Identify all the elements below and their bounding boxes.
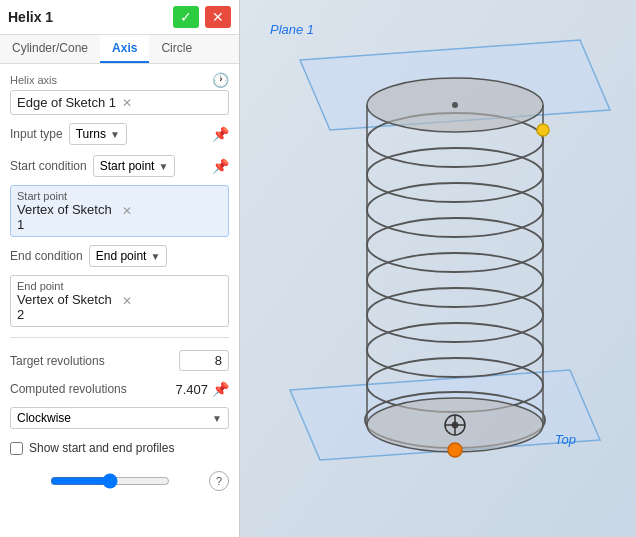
show-profiles-label: Show start and end profiles [29, 441, 174, 455]
input-type-label: Input type [10, 127, 63, 141]
help-button[interactable]: ? [209, 471, 229, 491]
tab-cylinder-cone[interactable]: Cylinder/Cone [0, 35, 100, 63]
start-point-label: Start point [17, 190, 118, 202]
show-profiles-row: Show start and end profiles [10, 441, 229, 455]
start-point-input[interactable]: Start point Vertex of Sketch 1 ✕ [10, 185, 229, 237]
input-type-row: Input type Turns ▼ 📌 [10, 123, 229, 145]
pin-icon-3[interactable]: 📌 [212, 381, 229, 397]
helix-viewport-svg [240, 0, 636, 537]
show-profiles-checkbox[interactable] [10, 442, 23, 455]
confirm-button[interactable]: ✓ [173, 6, 199, 28]
clockwise-row: Clockwise ▼ [10, 407, 229, 429]
computed-revolutions-row: Computed revolutions 7.407 📌 [10, 381, 229, 397]
start-point-clear[interactable]: ✕ [122, 204, 223, 218]
helix-axis-group: Helix axis 🕐 Edge of Sketch 1 ✕ [10, 72, 229, 115]
target-revolutions-row: Target revolutions 8 [10, 350, 229, 371]
end-condition-row: End condition End point ▼ [10, 245, 229, 267]
input-type-arrow: ▼ [110, 129, 120, 140]
end-condition-label: End condition [10, 249, 83, 263]
slider-row [10, 473, 209, 489]
start-condition-select[interactable]: Start point ▼ [93, 155, 176, 177]
start-point-group: Start point Vertex of Sketch 1 ✕ [10, 185, 229, 237]
tab-circle[interactable]: Circle [149, 35, 204, 63]
helix-axis-clear[interactable]: ✕ [122, 96, 223, 110]
end-point-label: End point [17, 280, 118, 292]
tab-axis[interactable]: Axis [100, 35, 149, 63]
clock-icon: 🕐 [212, 72, 229, 88]
helix-panel: Helix 1 ✓ ✕ Cylinder/Cone Axis Circle He… [0, 0, 240, 537]
end-condition-value: End point [96, 249, 147, 263]
clockwise-value: Clockwise [17, 411, 71, 425]
pin-icon-1[interactable]: 📌 [212, 126, 229, 142]
clockwise-select[interactable]: Clockwise ▼ [10, 407, 229, 429]
divider-1 [10, 337, 229, 338]
input-type-select[interactable]: Turns ▼ [69, 123, 127, 145]
pin-icon-2[interactable]: 📌 [212, 158, 229, 174]
end-point-marker [448, 443, 462, 457]
start-point-marker [537, 124, 549, 136]
title-actions: ✓ ✕ [173, 6, 231, 28]
viewport: Plane 1 Top [240, 0, 636, 537]
svg-point-16 [452, 102, 458, 108]
end-condition-arrow: ▼ [150, 251, 160, 262]
end-condition-select[interactable]: End point ▼ [89, 245, 168, 267]
start-condition-arrow: ▼ [158, 161, 168, 172]
panel-content: Helix axis 🕐 Edge of Sketch 1 ✕ Input ty… [0, 64, 239, 537]
start-point-value: Vertex of Sketch 1 [17, 202, 118, 232]
end-point-value: Vertex of Sketch 2 [17, 292, 118, 322]
transparency-slider[interactable] [50, 473, 170, 489]
target-revolutions-label: Target revolutions [10, 354, 105, 368]
start-condition-label: Start condition [10, 159, 87, 173]
end-point-clear[interactable]: ✕ [122, 294, 223, 308]
input-type-value: Turns [76, 127, 106, 141]
start-condition-row: Start condition Start point ▼ 📌 [10, 155, 229, 177]
title-bar: Helix 1 ✓ ✕ [0, 0, 239, 35]
panel-title: Helix 1 [8, 9, 53, 25]
start-condition-value: Start point [100, 159, 155, 173]
end-point-group: End point Vertex of Sketch 2 ✕ [10, 275, 229, 327]
clockwise-arrow: ▼ [212, 413, 222, 424]
end-point-input[interactable]: End point Vertex of Sketch 2 ✕ [10, 275, 229, 327]
helix-axis-value: Edge of Sketch 1 [17, 95, 118, 110]
computed-revolutions-value: 7.407 📌 [175, 381, 229, 397]
helix-axis-input[interactable]: Edge of Sketch 1 ✕ [10, 90, 229, 115]
cancel-button[interactable]: ✕ [205, 6, 231, 28]
tab-bar: Cylinder/Cone Axis Circle [0, 35, 239, 64]
helix-axis-label: Helix axis [10, 74, 57, 86]
computed-revolutions-label: Computed revolutions [10, 382, 127, 396]
target-revolutions-value[interactable]: 8 [179, 350, 229, 371]
